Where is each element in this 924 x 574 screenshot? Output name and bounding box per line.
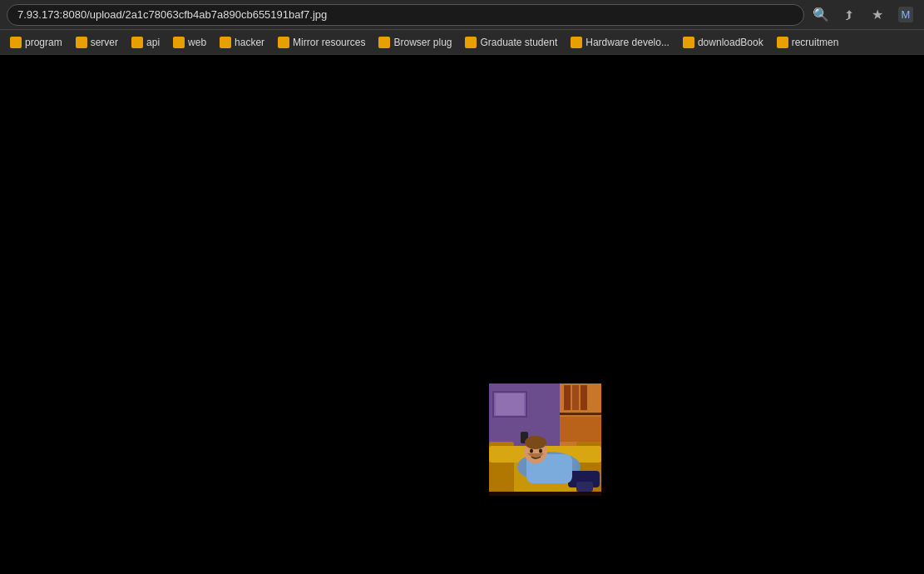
svg-rect-7 [560, 417, 601, 442]
bookmark-label: Browser plug [393, 37, 452, 48]
extension-icon: M [898, 7, 914, 22]
bookmark-label: Mirror resources [293, 37, 365, 48]
zoom-button[interactable]: 🔍 [809, 3, 833, 27]
bookmark-label: Hardware develo... [586, 37, 670, 48]
bookmark-folder-icon [571, 37, 582, 48]
bookmark-recruitmen[interactable]: recruitmen [770, 34, 846, 51]
bookmark-folder-icon [465, 37, 477, 48]
svg-point-22 [530, 449, 533, 453]
star-icon: ★ [872, 7, 883, 22]
svg-rect-24 [489, 492, 601, 496]
bookmarks-bar: programserverapiwebhackerMirror resource… [0, 30, 924, 55]
bookmark-folder-icon [220, 37, 231, 48]
bookmark-label: Graduate student [480, 37, 557, 48]
bookmark-mirror-resources[interactable]: Mirror resources [271, 34, 372, 51]
bookmark-browser-plug[interactable]: Browser plug [372, 34, 458, 51]
svg-point-23 [539, 449, 542, 453]
svg-rect-16 [576, 482, 593, 492]
bookmark-program[interactable]: program [3, 34, 69, 51]
svg-rect-3 [564, 385, 571, 410]
image-display [489, 383, 601, 496]
bookmark-label: downloadBook [698, 37, 763, 48]
svg-rect-9 [496, 393, 524, 415]
svg-rect-6 [560, 413, 601, 415]
extension-button[interactable]: M [894, 3, 917, 27]
bookmark-folder-icon [10, 37, 22, 48]
zoom-icon: 🔍 [813, 7, 829, 22]
bookmark-folder-icon [683, 37, 694, 48]
bookmark-folder-icon [278, 37, 289, 48]
bookmark-hacker[interactable]: hacker [213, 34, 271, 51]
bookmark-server[interactable]: server [69, 34, 125, 51]
main-content [0, 55, 924, 574]
bookmark-label: hacker [235, 37, 264, 48]
share-button[interactable]: ⮭ [838, 3, 861, 27]
svg-point-21 [525, 436, 546, 449]
bookmark-folder-icon [131, 37, 143, 48]
bookmark-label: web [188, 37, 206, 48]
share-icon: ⮭ [843, 7, 856, 22]
uploaded-image [489, 383, 601, 496]
svg-rect-5 [581, 385, 587, 410]
bookmark-label: program [25, 37, 62, 48]
bookmark-hardware-develo[interactable]: Hardware develo... [564, 34, 676, 51]
bookmark-graduate-student[interactable]: Graduate student [458, 34, 564, 51]
bookmark-folder-icon [76, 37, 87, 48]
bookmark-folder-icon [777, 37, 788, 48]
bookmark-label: server [91, 37, 118, 48]
bookmark-web[interactable]: web [166, 34, 213, 51]
bookmark-label: recruitmen [792, 37, 839, 48]
bookmark-api[interactable]: api [125, 34, 166, 51]
url-input[interactable] [7, 4, 804, 26]
bookmark-star-button[interactable]: ★ [866, 3, 889, 27]
bookmark-folder-icon [378, 37, 390, 48]
address-bar: 🔍 ⮭ ★ M [0, 0, 924, 30]
bookmark-downloadbook[interactable]: downloadBook [676, 34, 770, 51]
svg-rect-4 [572, 385, 579, 410]
bookmark-label: api [146, 37, 160, 48]
bookmark-folder-icon [173, 37, 185, 48]
